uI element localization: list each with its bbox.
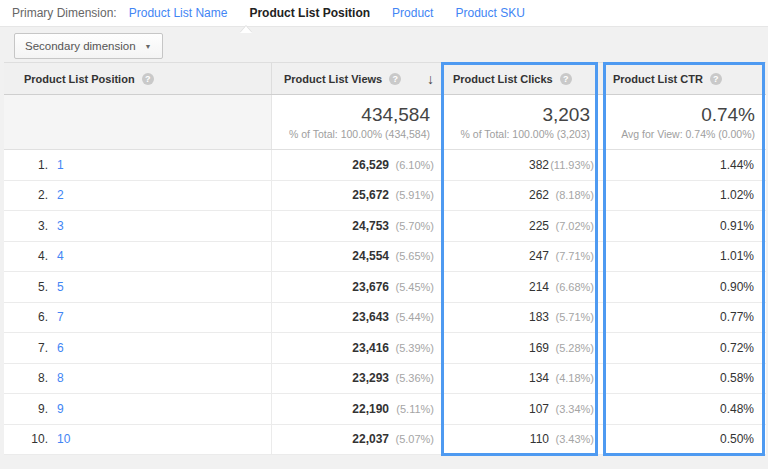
data-table: Product List Position ? Product List Vie… — [4, 62, 766, 455]
secondary-dimension-label: Secondary dimension — [25, 40, 136, 52]
ctr-cell: 0.91% — [601, 211, 766, 241]
help-icon[interactable]: ? — [560, 73, 572, 85]
table-row: 5. 5 23,676 (5.45%) 214 (6.68%) 0.90% — [4, 272, 766, 303]
tab-product-list-name[interactable]: Product List Name — [129, 6, 228, 20]
table-row: 1. 1 26,529 (6.10%) 382 (11.93%) 1.44% — [4, 150, 766, 181]
row-rank: 4. — [24, 249, 48, 263]
row-rank: 9. — [24, 402, 48, 416]
ctr-cell: 0.50% — [601, 425, 766, 455]
help-icon[interactable]: ? — [142, 73, 154, 85]
summary-clicks-value: 3,203 — [441, 104, 590, 126]
ctr-cell: 0.72% — [601, 333, 766, 363]
header-product-list-ctr[interactable]: Product List CTR ? — [601, 63, 766, 94]
views-percent: (5.36%) — [389, 372, 441, 384]
summary-ctr-subtext: Avg for View: 0.74% (0.00%) — [601, 128, 755, 140]
views-percent: (5.45%) — [389, 281, 441, 293]
header-label: Product List Views — [284, 73, 382, 85]
ctr-cell: 1.02% — [601, 181, 766, 211]
position-cell: 9. 9 — [4, 394, 272, 424]
ctr-value: 0.48% — [720, 402, 754, 416]
table-row: 4. 4 24,554 (5.65%) 247 (7.71%) 1.01% — [4, 242, 766, 273]
position-cell: 1. 1 — [4, 150, 272, 180]
views-cell: 22,037 (5.07%) — [272, 425, 441, 455]
ctr-value: 0.90% — [720, 280, 754, 294]
row-rank: 10. — [24, 432, 48, 446]
position-link[interactable]: 7 — [57, 310, 64, 324]
summary-row: 434,584 % of Total: 100.00% (434,584) 3,… — [4, 95, 766, 150]
views-value: 23,676 — [352, 280, 389, 294]
clicks-percent: (5.28%) — [549, 342, 601, 354]
ctr-value: 0.72% — [720, 341, 754, 355]
tab-product[interactable]: Product — [392, 6, 433, 20]
position-link[interactable]: 2 — [57, 188, 64, 202]
header-product-list-position[interactable]: Product List Position ? — [4, 63, 272, 94]
clicks-value: 262 — [529, 188, 549, 202]
position-link[interactable]: 6 — [57, 341, 64, 355]
help-icon[interactable]: ? — [710, 73, 722, 85]
views-value: 23,643 — [352, 310, 389, 324]
tab-product-list-position[interactable]: Product List Position — [249, 6, 370, 20]
position-cell: 3. 3 — [4, 211, 272, 241]
clicks-cell: 169 (5.28%) — [441, 333, 601, 363]
position-link[interactable]: 4 — [57, 249, 64, 263]
views-cell: 24,753 (5.70%) — [272, 211, 441, 241]
clicks-value: 247 — [529, 249, 549, 263]
help-icon[interactable]: ? — [389, 73, 401, 85]
position-cell: 7. 6 — [4, 333, 272, 363]
clicks-percent: (3.34%) — [549, 403, 601, 415]
position-link[interactable]: 8 — [57, 371, 64, 385]
clicks-cell: 134 (4.18%) — [441, 364, 601, 394]
ctr-value: 0.77% — [720, 310, 754, 324]
summary-position-cell — [4, 95, 272, 149]
clicks-value: 183 — [529, 310, 549, 324]
clicks-cell: 262 (8.18%) — [441, 181, 601, 211]
views-cell: 24,554 (5.65%) — [272, 242, 441, 272]
views-percent: (5.07%) — [389, 433, 441, 445]
header-label: Product List Position — [24, 73, 135, 85]
views-cell: 23,643 (5.44%) — [272, 303, 441, 333]
primary-dimension-label: Primary Dimension: — [12, 6, 117, 20]
views-value: 24,554 — [352, 249, 389, 263]
views-value: 26,529 — [352, 158, 389, 172]
position-cell: 8. 8 — [4, 364, 272, 394]
clicks-cell: 183 (5.71%) — [441, 303, 601, 333]
summary-views-cell: 434,584 % of Total: 100.00% (434,584) — [272, 95, 441, 149]
sort-descending-icon[interactable]: ↓ — [427, 71, 434, 87]
clicks-cell: 382 (11.93%) — [441, 150, 601, 180]
ctr-cell: 0.58% — [601, 364, 766, 394]
summary-ctr-value: 0.74% — [601, 104, 755, 126]
header-product-list-clicks[interactable]: Product List Clicks ? — [441, 63, 601, 94]
ctr-cell: 0.90% — [601, 272, 766, 302]
table-header-row: Product List Position ? Product List Vie… — [4, 62, 766, 95]
ctr-value: 1.44% — [720, 158, 754, 172]
clicks-cell: 110 (3.43%) — [441, 425, 601, 455]
row-rank: 7. — [24, 341, 48, 355]
tab-product-sku[interactable]: Product SKU — [455, 6, 524, 20]
chevron-down-icon: ▼ — [145, 43, 152, 50]
primary-dimension-bar: Primary Dimension: Product List Name Pro… — [0, 0, 768, 26]
header-label: Product List Clicks — [453, 73, 553, 85]
table-row: 8. 8 23,293 (5.36%) 134 (4.18%) 0.58% — [4, 364, 766, 395]
clicks-cell: 214 (6.68%) — [441, 272, 601, 302]
position-cell: 5. 5 — [4, 272, 272, 302]
table-row: 6. 7 23,643 (5.44%) 183 (5.71%) 0.77% — [4, 303, 766, 334]
row-rank: 5. — [24, 280, 48, 294]
views-percent: (5.70%) — [389, 220, 441, 232]
position-link[interactable]: 1 — [57, 158, 64, 172]
views-value: 23,416 — [352, 341, 389, 355]
clicks-cell: 225 (7.02%) — [441, 211, 601, 241]
position-cell: 6. 7 — [4, 303, 272, 333]
header-label: Product List CTR — [613, 73, 703, 85]
position-link[interactable]: 5 — [57, 280, 64, 294]
clicks-percent: (7.02%) — [549, 220, 601, 232]
row-rank: 8. — [24, 371, 48, 385]
row-rank: 3. — [24, 219, 48, 233]
position-link[interactable]: 10 — [57, 432, 70, 446]
position-link[interactable]: 9 — [57, 402, 64, 416]
views-value: 22,190 — [352, 402, 389, 416]
ctr-cell: 1.44% — [601, 150, 766, 180]
position-cell: 4. 4 — [4, 242, 272, 272]
header-product-list-views[interactable]: Product List Views ? ↓ — [272, 63, 441, 94]
secondary-dimension-button[interactable]: Secondary dimension ▼ — [14, 33, 163, 59]
position-link[interactable]: 3 — [57, 219, 64, 233]
